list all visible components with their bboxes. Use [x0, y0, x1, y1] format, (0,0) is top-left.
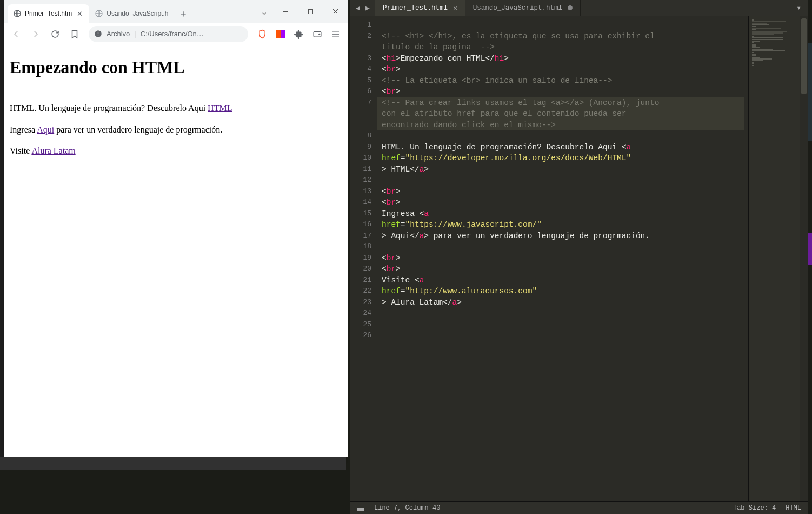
minimize-button[interactable] — [273, 0, 298, 23]
panel-icon[interactable] — [357, 505, 364, 511]
file-scheme-icon — [94, 30, 102, 38]
wallet-icon[interactable] — [309, 25, 326, 43]
code-line[interactable] — [382, 308, 744, 319]
para1-text: HTML. Un lenguaje de programación? Descu… — [10, 103, 208, 113]
chevron-down-icon[interactable]: ⌄ — [255, 0, 273, 23]
status-syntax[interactable]: HTML — [786, 504, 801, 512]
browser-viewport: Empezando con HTML HTML. Un lenguaje de … — [4, 45, 348, 457]
left-sliver — [0, 0, 4, 514]
globe-icon — [95, 9, 103, 18]
editor-body: 1234567891011121314151617181920212223242… — [350, 16, 808, 501]
nav-fwd-icon[interactable]: ▶ — [363, 4, 372, 12]
address-url: C:/Users/franc/On… — [141, 30, 204, 38]
editor-tab-title: Usando_JavaScript.html — [473, 4, 562, 12]
brave-rewards-icon[interactable] — [272, 25, 289, 43]
code-line[interactable]: <!-- La etiqueta <br> indica un salto de… — [382, 75, 744, 87]
code-line[interactable]: Ingresa <a — [382, 208, 744, 220]
link-aqui[interactable]: Aqui — [37, 125, 54, 134]
code-line[interactable]: <br> — [382, 263, 744, 275]
code-line[interactable]: href="https://www.javascript.com/" — [382, 219, 744, 230]
editor-gutter: 1234567891011121314151617181920212223242… — [350, 16, 377, 501]
address-scheme-label: Archivo — [107, 30, 130, 38]
code-line[interactable] — [382, 19, 744, 31]
code-line[interactable]: > HTML</a> — [382, 164, 744, 175]
back-button[interactable] — [8, 25, 25, 43]
page-paragraph-2: Ingresa Aqui para ver un verdadero lengu… — [10, 124, 342, 136]
bookmark-button[interactable] — [66, 25, 83, 43]
editor-tab-title: Primer_Test.html — [383, 4, 448, 12]
editor-tab-0[interactable]: Primer_Test.html ✕ — [375, 0, 465, 16]
address-bar[interactable]: Archivo | C:/Users/franc/On… — [89, 26, 248, 42]
globe-icon — [13, 9, 22, 18]
scrollbar-thumb[interactable] — [801, 18, 807, 94]
browser-right-icons — [254, 25, 344, 43]
menu-button[interactable] — [327, 25, 344, 43]
browser-tab-title: Usando_JavaScript.h — [107, 10, 168, 17]
address-separator: | — [134, 30, 136, 38]
code-line[interactable] — [382, 330, 744, 341]
code-line[interactable]: <br> — [382, 186, 744, 197]
code-line[interactable] — [382, 241, 744, 253]
nav-back-icon[interactable]: ◀ — [354, 4, 362, 12]
below-browser-area — [0, 457, 346, 514]
maximize-button[interactable] — [298, 0, 323, 23]
editor-tab-1[interactable]: Usando_JavaScript.html — [465, 0, 581, 16]
link-html[interactable]: HTML — [208, 103, 232, 113]
code-line[interactable]: <!-- <h1> </h1>, es la etiqueta que se u… — [382, 31, 744, 42]
close-icon[interactable]: ✕ — [453, 4, 457, 12]
editor-menu-button[interactable]: ▾ — [790, 3, 808, 12]
browser-tab-title: Primer_Test.htm — [25, 10, 72, 17]
code-line[interactable]: encontrado dando click en el mismo--> — [377, 120, 744, 131]
svg-rect-3 — [308, 9, 312, 14]
close-window-button[interactable] — [323, 0, 348, 23]
code-line[interactable]: con el atributo href para que el conteni… — [377, 108, 744, 120]
code-line[interactable]: > Alura Latam</a> — [382, 297, 744, 308]
browser-tab-1[interactable]: Usando_JavaScript.h — [89, 4, 174, 23]
close-icon[interactable]: ✕ — [75, 10, 84, 18]
editor-code-area[interactable]: <!-- <h1> </h1>, es la etiqueta que se u… — [377, 16, 748, 501]
window-controls: ⌄ — [255, 0, 348, 23]
reload-button[interactable] — [46, 25, 64, 43]
code-line[interactable]: <h1>Empezando con HTML</h1> — [382, 53, 744, 64]
code-line[interactable] — [382, 130, 744, 142]
status-tabsize[interactable]: Tab Size: 4 — [733, 504, 776, 512]
code-line[interactable]: HTML. Un lenguaje de programación? Descu… — [382, 142, 744, 153]
code-line[interactable]: <br> — [382, 86, 744, 97]
browser-tabstrip: Primer_Test.htm ✕ Usando_JavaScript.h ＋ … — [4, 0, 348, 23]
page-heading: Empezando con HTML — [10, 57, 342, 77]
code-line[interactable]: href="https://developer.mozilla.org/es/d… — [382, 153, 744, 164]
code-line[interactable]: Visite <a — [382, 275, 744, 286]
forward-button[interactable] — [27, 25, 44, 43]
svg-rect-8 — [98, 35, 98, 35]
browser-toolbar: Archivo | C:/Users/franc/On… — [4, 23, 348, 45]
editor-minimap[interactable] — [748, 16, 800, 501]
editor-tabbar: ◀ ▶ Primer_Test.html ✕ Usando_JavaScript… — [350, 0, 808, 16]
page-paragraph-3: Visite Alura Latam — [10, 145, 342, 157]
brave-shields-icon[interactable] — [254, 25, 271, 43]
para2-post: para ver un verdadero lenguaje de progrm… — [54, 125, 222, 134]
code-line[interactable]: <br> — [382, 197, 744, 208]
code-line[interactable]: <br> — [382, 253, 744, 264]
code-line[interactable]: <!-- Para crear links usamos el tag <a><… — [377, 97, 744, 109]
extensions-icon[interactable] — [290, 25, 308, 43]
new-tab-button[interactable]: ＋ — [176, 6, 191, 21]
code-line[interactable]: titulo de la pagina --> — [382, 42, 744, 53]
svg-point-10 — [319, 34, 320, 35]
code-line[interactable]: href="http://www.aluracursos.com" — [382, 286, 744, 297]
page-paragraph-1: HTML. Un lenguaje de programación? Descu… — [10, 102, 342, 114]
editor-nav-arrows: ◀ ▶ — [350, 4, 375, 12]
code-line[interactable]: > Aqui</a> para ver un verdadero lenguaj… — [382, 230, 744, 242]
dirty-indicator-icon — [568, 5, 573, 10]
link-alura[interactable]: Alura Latam — [31, 146, 75, 155]
code-line[interactable]: <br> — [382, 64, 744, 75]
code-line[interactable] — [382, 175, 744, 186]
browser-tab-0[interactable]: Primer_Test.htm ✕ — [8, 4, 89, 23]
para3-pre: Visite — [10, 146, 31, 155]
code-line[interactable] — [382, 319, 744, 331]
editor-scrollbar[interactable] — [800, 16, 808, 501]
para2-pre: Ingresa — [10, 125, 37, 134]
status-cursor[interactable]: Line 7, Column 40 — [374, 504, 440, 512]
svg-rect-7 — [98, 32, 98, 34]
right-sliver — [808, 0, 812, 514]
editor-statusbar: Line 7, Column 40 Tab Size: 4 HTML — [350, 501, 808, 514]
